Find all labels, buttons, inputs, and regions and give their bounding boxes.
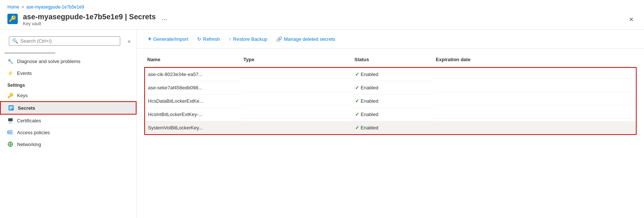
refresh-icon: ↻: [197, 36, 201, 42]
collapse-sidebar-button[interactable]: «: [126, 37, 132, 46]
secret-expiration: [434, 71, 636, 79]
sidebar-item-secrets[interactable]: Secrets: [0, 101, 136, 115]
generate-import-button[interactable]: + Generate/Import: [144, 33, 192, 44]
keyvault-icon: 🔑: [7, 14, 19, 26]
secret-name: ase-seke7af458edb098...: [145, 81, 241, 95]
secrets-table-area: Name Type Status Expiration date ase-cik…: [137, 49, 644, 218]
restore-backup-button[interactable]: ↑ Restore Backup: [225, 34, 271, 44]
sidebar-item-certificates[interactable]: 🖥️ Certificates: [0, 115, 136, 126]
title-text: ase-myasegpude-1e7b5e1e9 | Secrets Key v…: [23, 13, 156, 26]
page-subtitle: Key vault: [23, 21, 156, 26]
col-header-expiration: Expiration date: [433, 55, 637, 64]
secrets-icon: [8, 105, 14, 111]
search-icon: 🔍: [12, 38, 18, 44]
close-button[interactable]: ✕: [626, 14, 637, 24]
secret-name: SystemVolBitLockerKey...: [145, 121, 241, 134]
search-box[interactable]: 🔍: [9, 36, 120, 46]
sidebar-item-keys[interactable]: 🔑 Keys: [0, 89, 136, 101]
sidebar-item-networking[interactable]: Networking: [0, 138, 136, 150]
main-content: + Generate/Import ↻ Refresh ↑ Restore Ba…: [137, 30, 644, 218]
access-policies-icon: [7, 129, 13, 135]
search-input[interactable]: [20, 38, 117, 44]
secret-status: ✓ Enabled: [352, 108, 434, 121]
secret-expiration: [434, 111, 636, 119]
sidebar-item-access-policies[interactable]: Access policies: [0, 126, 136, 138]
secret-type: [241, 124, 352, 132]
col-header-type: Type: [240, 55, 351, 64]
breadcrumb-current[interactable]: ase-myasegpude-1e7b5e1e9: [26, 4, 84, 10]
page-header: Home > ase-myasegpude-1e7b5e1e9 🔑 ase-my…: [0, 0, 644, 30]
table-row[interactable]: SystemVolBitLockerKey... ✓ Enabled: [145, 121, 636, 134]
title-row: 🔑 ase-myasegpude-1e7b5e1e9 | Secrets Key…: [7, 13, 637, 26]
svg-rect-2: [9, 108, 13, 108]
table-row[interactable]: ase-cik-8023e34e-ea57... ✓ Enabled: [145, 68, 636, 81]
secret-type: [241, 71, 352, 79]
sidebar: 🔍 « 🔧 Diagnose and solve problems ⚡ Even…: [0, 30, 137, 218]
networking-icon: [7, 141, 13, 147]
secret-type: [241, 111, 352, 119]
col-header-name: Name: [144, 55, 240, 64]
breadcrumb: Home > ase-myasegpude-1e7b5e1e9: [7, 4, 637, 10]
toolbar: + Generate/Import ↻ Refresh ↑ Restore Ba…: [137, 30, 644, 49]
secret-name: HcsIntBitLockerExtKey-...: [145, 108, 241, 121]
main-layout: 🔍 « 🔧 Diagnose and solve problems ⚡ Even…: [0, 30, 644, 218]
secret-status: ✓ Enabled: [352, 95, 434, 108]
wrench-icon: 🔧: [7, 58, 13, 64]
page-title: ase-myasegpude-1e7b5e1e9 | Secrets: [23, 13, 156, 21]
table-row[interactable]: HcsDataBitLockerExtKe... ✓ Enabled: [145, 95, 636, 108]
sidebar-item-events[interactable]: ⚡ Events: [0, 67, 136, 79]
secret-status: ✓ Enabled: [352, 121, 434, 134]
table-row[interactable]: ase-seke7af458edb098... ✓ Enabled: [145, 81, 636, 95]
settings-section-label: Settings: [0, 79, 136, 89]
secret-expiration: [434, 98, 636, 105]
key-manage-icon: 🔗: [276, 36, 282, 42]
breadcrumb-home[interactable]: Home: [7, 4, 19, 10]
table-row[interactable]: HcsIntBitLockerExtKey-... ✓ Enabled: [145, 108, 636, 121]
more-options-button[interactable]: ···: [159, 15, 169, 24]
refresh-button[interactable]: ↻ Refresh: [193, 34, 224, 44]
manage-deleted-button[interactable]: 🔗 Manage deleted secrets: [273, 34, 339, 44]
table-header: Name Type Status Expiration date: [144, 52, 637, 67]
col-header-status: Status: [351, 55, 433, 64]
svg-rect-1: [9, 106, 13, 107]
breadcrumb-separator: >: [21, 4, 24, 10]
secret-status: ✓ Enabled: [352, 81, 434, 95]
secret-type: [241, 84, 352, 92]
secret-status: ✓ Enabled: [352, 68, 434, 81]
secret-expiration: [434, 84, 636, 92]
secret-name: ase-cik-8023e34e-ea57...: [145, 68, 241, 81]
upload-icon: ↑: [229, 36, 232, 42]
svg-rect-3: [9, 109, 11, 109]
secret-name: HcsDataBitLockerExtKe...: [145, 95, 241, 108]
lightning-icon: ⚡: [7, 70, 13, 76]
secret-type: [241, 98, 352, 105]
selected-rows-group: ase-cik-8023e34e-ea57... ✓ Enabled ase-s…: [144, 67, 637, 135]
sidebar-item-diagnose[interactable]: 🔧 Diagnose and solve problems: [0, 55, 136, 67]
plus-icon: +: [148, 36, 151, 42]
secret-expiration: [434, 124, 636, 132]
key-icon: 🔑: [7, 92, 13, 98]
certificates-icon: 🖥️: [7, 118, 13, 123]
